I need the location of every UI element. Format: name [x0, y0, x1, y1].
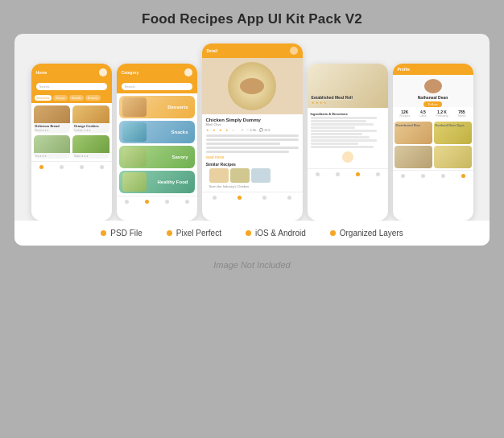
tea-image: [34, 135, 71, 153]
profile-food-2[interactable]: Evolved Over Oysi..: [434, 122, 472, 144]
ingredient-5: [311, 130, 378, 132]
bread-label: Delicious Bread: [34, 123, 71, 129]
detail-food-image: [202, 58, 303, 114]
bread-image: [34, 105, 71, 123]
main-card: Home Search... Desserts Soups Salads Bre…: [14, 34, 490, 246]
salad-image: [72, 135, 109, 153]
pf2-label: Evolved Over Oysi..: [434, 122, 472, 129]
ingredient-7: [311, 136, 370, 138]
home-header: Home: [31, 64, 112, 81]
footer-label: Image Not Included: [213, 260, 290, 270]
ingredient-8: [311, 139, 378, 142]
cat-snacks[interactable]: Snacks: [119, 121, 195, 143]
detail-nav-fav[interactable]: [262, 196, 266, 200]
pf1-label: Distributed Rice: [395, 122, 432, 129]
food-item-cookie[interactable]: Orange Cookies Cookies ★★★: [72, 105, 109, 133]
food-item-bread[interactable]: Delicious Bread Bread ★★★: [34, 105, 71, 133]
detail-nav-profile[interactable]: [287, 196, 291, 200]
recipe-content: Ingredients & Directions: [308, 108, 388, 168]
read-more-link[interactable]: read more: [206, 155, 299, 159]
footer-area: Image Not Included: [14, 249, 490, 276]
similar-3[interactable]: [251, 168, 271, 183]
ingredient-9: [311, 143, 359, 145]
profile-food-1[interactable]: Distributed Rice: [395, 122, 432, 144]
stat-likes: 4.5 Likes: [419, 110, 426, 118]
star-3: ★: [219, 128, 222, 132]
detail-description: [206, 134, 299, 153]
detail-nav-search[interactable]: [238, 196, 242, 200]
profile-food-3[interactable]: [395, 146, 432, 168]
profile-food-grid: Distributed Rice Evolved Over Oysi..: [393, 120, 473, 170]
nav-home[interactable]: [39, 165, 43, 169]
stat-following: 1.2 K Following: [436, 110, 448, 118]
tea-sublabel: Tea ★★★: [34, 155, 71, 159]
salad-sublabel: Salad ★★★: [72, 155, 109, 159]
similar-2[interactable]: [230, 168, 250, 183]
comment-count: 💬 213: [259, 128, 270, 132]
similar-1[interactable]: [209, 168, 229, 183]
cat-nav-profile[interactable]: [185, 200, 189, 204]
recipe-star-2: ★: [316, 101, 319, 105]
desserts-label: Desserts: [167, 105, 188, 110]
nav-search[interactable]: [60, 165, 64, 169]
recipe-add-btn[interactable]: [342, 151, 353, 163]
similar-title: Seen the Industry's Chicken: [206, 184, 299, 188]
share-icon[interactable]: ↗: [241, 128, 243, 132]
recipe-nav-search[interactable]: [336, 172, 340, 176]
cat-search-placeholder: Search...: [125, 85, 138, 89]
recipe-nav-profile[interactable]: [376, 172, 380, 176]
food-item-tea[interactable]: Tea ★★★: [34, 135, 71, 159]
stat-recipes: 12K Recipes: [400, 110, 411, 118]
profile-food-4[interactable]: [434, 146, 472, 168]
pill-desserts[interactable]: Desserts: [35, 95, 52, 101]
similar-row: [206, 167, 299, 184]
savory-image: [122, 147, 147, 167]
recipe-star-3: ★: [320, 101, 323, 105]
recipe-nav-fav[interactable]: [356, 172, 360, 176]
cookie-image: [72, 105, 109, 123]
recipe-bottom-nav: [308, 168, 388, 180]
home-search-inner[interactable]: Search...: [36, 83, 107, 90]
cat-savory[interactable]: Savory: [119, 146, 195, 168]
profile-header: Nathaneal Dean Follow: [393, 75, 473, 107]
cat-desserts[interactable]: Desserts: [119, 96, 195, 118]
snack-image: [122, 122, 147, 142]
category-search-inner[interactable]: Search...: [122, 83, 192, 90]
category-avatar: [184, 68, 192, 76]
profile-nav-home[interactable]: [401, 174, 405, 178]
pill-soups[interactable]: Soups: [53, 95, 67, 101]
screens-row: Home Search... Desserts Soups Salads Bre…: [23, 43, 481, 221]
follow-button[interactable]: Follow: [423, 101, 443, 107]
cat-nav-home[interactable]: [125, 200, 129, 204]
category-nav-label: Category: [122, 70, 139, 75]
profile-nav-fav[interactable]: [441, 174, 445, 178]
home-category-pills: Desserts Soups Salads Breads: [31, 93, 112, 103]
nav-profile[interactable]: [100, 165, 104, 169]
layers-label: Organized Layers: [340, 229, 403, 238]
profile-nav-profile[interactable]: [461, 174, 465, 178]
stat-following-label: Following: [436, 114, 448, 118]
pill-breads[interactable]: Breads: [85, 95, 101, 101]
category-bottom-nav: [117, 196, 197, 207]
nav-fav[interactable]: [80, 165, 84, 169]
category-header: Category: [117, 64, 197, 81]
food-item-salad[interactable]: Salad ★★★: [72, 135, 109, 159]
detail-nav-home[interactable]: [213, 196, 217, 200]
desc-line-1: [206, 134, 299, 137]
bread-sublabel: Bread ★★★: [34, 129, 71, 133]
recipe-star-4: ★: [324, 101, 327, 105]
ingredient-10: [311, 146, 374, 148]
dessert-image: [122, 97, 147, 117]
cat-nav-search[interactable]: [145, 200, 149, 204]
detail-stats: ★ ★ ★ ★ ★ ↗ ♡ 4.9k 💬 213: [206, 128, 299, 132]
savory-label: Savory: [171, 155, 188, 159]
cat-nav-fav[interactable]: [165, 200, 169, 204]
profile-nav-search[interactable]: [421, 174, 425, 178]
cat-healthy[interactable]: Healthy Food: [119, 171, 195, 193]
stat-recipes-label: Recipes: [400, 114, 411, 118]
ios-label: iOS & Android: [255, 229, 306, 238]
pill-salads[interactable]: Salads: [69, 95, 84, 101]
recipe-nav-home[interactable]: [316, 172, 320, 176]
star-5: ★: [232, 128, 235, 132]
cookie-label: Orange Cookies: [72, 123, 109, 129]
